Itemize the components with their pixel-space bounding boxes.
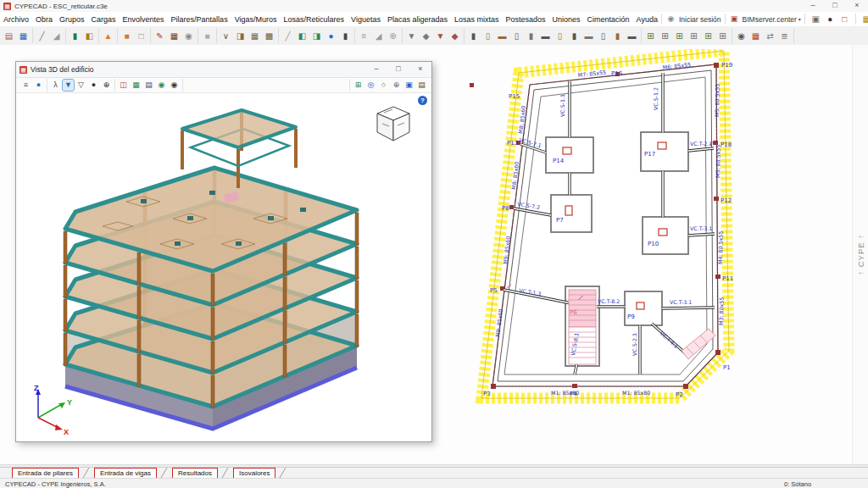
menu-item-pilares-pantallas[interactable]: Pilares/Pantallas [168, 14, 231, 25]
zoom-window-icon[interactable]: ◎ [365, 80, 376, 91]
info-icon[interactable]: ● [325, 30, 337, 42]
grid-select-icon[interactable]: ▦ [248, 30, 261, 42]
win3d-close-button[interactable]: × [409, 64, 431, 75]
tab-isovalores[interactable]: Isovalores [233, 468, 275, 479]
line-icon[interactable]: ╱ [36, 30, 48, 42]
menu-item-losas-mixtas[interactable]: Losas mixtas [451, 14, 503, 25]
anchor-c-icon[interactable]: ▼ [434, 30, 447, 42]
tag-icon[interactable]: ◧ [83, 30, 96, 42]
layers-icon[interactable]: ≡ [20, 80, 31, 91]
center-icon[interactable]: ⊕ [387, 30, 399, 42]
eye-outline-icon[interactable]: ◉ [169, 80, 180, 91]
anchor-d-icon[interactable]: ◆ [448, 30, 461, 42]
menu-item-grupos[interactable]: Grupos [56, 14, 88, 25]
win3d-minimize-button[interactable]: – [365, 64, 387, 75]
update-icon[interactable]: ▦ [860, 13, 868, 25]
floor-plan[interactable]: P15 P16 P19 P18 P12 P11 P1 P2 P4 P3 P5 P… [470, 49, 853, 429]
section-red-icon[interactable]: ◫ [118, 80, 129, 91]
pan-icon[interactable]: ○ [378, 80, 389, 91]
sheet-config-icon[interactable]: ▦ [17, 30, 30, 42]
menu-item-losas-reticulares[interactable]: Losas/Reticulares [281, 14, 348, 25]
list-icon[interactable]: ≣ [778, 30, 791, 42]
grid-tool-6-icon[interactable]: ⊞ [716, 30, 729, 42]
anchor-a-icon[interactable]: ▼ [405, 30, 418, 42]
eye-solid-icon[interactable]: ● [88, 80, 99, 91]
drawing-area[interactable]: P15 P16 P19 P18 P12 P11 P1 P2 P4 P3 P5 P… [0, 45, 868, 464]
anchor-b-icon[interactable]: ◆ [420, 30, 432, 42]
menu-item-archivo[interactable]: Archivo [0, 14, 32, 25]
gray-panel-icon[interactable]: ■ [201, 30, 214, 42]
sheet-edit-icon[interactable]: ▤ [3, 30, 15, 42]
vista-3d-viewport[interactable]: ? [16, 93, 430, 441]
floors-icon[interactable]: ▤ [143, 80, 154, 91]
column-tool-3-icon[interactable]: ▬ [496, 30, 509, 42]
column-tool-7-icon[interactable]: ▯ [554, 30, 566, 42]
tab-entrada-de-vigas[interactable]: Entrada de vigas [94, 468, 157, 479]
anchor-icon[interactable]: ⊕ [101, 80, 112, 91]
menu-item-envolventes[interactable]: Envolventes [120, 14, 168, 25]
grid-tool-5-icon[interactable]: ⊞ [702, 30, 715, 42]
bimserver-group[interactable]: ▣ BIMserver.center ▾ [725, 14, 804, 25]
bimserver-label[interactable]: BIMserver.center [743, 15, 797, 24]
beam-paste-icon[interactable]: ◨ [234, 30, 247, 42]
menu-item-cargas[interactable]: Cargas [88, 14, 120, 25]
login-label[interactable]: Iniciar sesión [679, 15, 721, 24]
slash-icon[interactable]: ╱ [281, 30, 294, 42]
sphere-icon[interactable]: ◉ [156, 80, 167, 91]
menu-item-postesados[interactable]: Postesados [503, 14, 549, 25]
green-beam-icon[interactable]: ◧ [296, 30, 309, 42]
column-tool-4-icon[interactable]: ▯ [510, 30, 523, 42]
column-tool-10-icon[interactable]: ▯ [597, 30, 609, 42]
menu-item-ayuda[interactable]: Ayuda [633, 14, 661, 25]
grid-tool-4-icon[interactable]: ⊞ [687, 30, 700, 42]
menu-item-placas-aligeradas[interactable]: Placas aligeradas [384, 14, 451, 25]
ramp-icon[interactable]: ◢ [372, 30, 385, 42]
menu-item-uniones[interactable]: Uniones [549, 14, 584, 25]
menu-item-vigas-muros[interactable]: Vigas/Muros [231, 14, 281, 25]
grid-delete-icon[interactable]: ▩ [263, 30, 275, 42]
add-column-icon[interactable]: ▮ [339, 30, 352, 42]
win3d-maximize-button[interactable]: □ [387, 64, 409, 75]
orbit-icon[interactable]: ⊕ [391, 80, 402, 91]
report-icon[interactable]: ▤ [416, 80, 427, 91]
export-icon[interactable]: ⇄ [764, 30, 776, 42]
fit-view-icon[interactable]: ▣ [403, 80, 415, 91]
column-tool-8-icon[interactable]: ▮ [568, 30, 581, 42]
vista-3d-titlebar[interactable]: ▦ Vista 3D del edificio – □ × [16, 62, 431, 78]
column-pair-icon[interactable]: ▦ [168, 30, 181, 42]
grid-tool-2-icon[interactable]: ⊞ [659, 30, 671, 42]
slope-icon[interactable]: ◢ [50, 30, 63, 42]
person-icon[interactable]: λ [50, 80, 61, 91]
menu-item-viguetas[interactable]: Viguetas [348, 14, 384, 25]
edit-column-icon[interactable]: ✎ [153, 30, 166, 42]
column-tool-1-icon[interactable]: ▮ [467, 30, 480, 42]
vista-3d-window[interactable]: ▦ Vista 3D del edificio – □ × ≡●λ▼▽●⊕◫▦▤… [15, 61, 432, 442]
login-group[interactable]: ◉ Iniciar sesión [661, 14, 725, 25]
column-tool-5-icon[interactable]: ▮ [525, 30, 537, 42]
minimize-button[interactable]: – [802, 0, 824, 12]
green-beam2-icon[interactable]: ◨ [310, 30, 323, 42]
arc-select-icon[interactable]: ∨ [220, 30, 232, 42]
view-cube[interactable] [374, 103, 413, 144]
close-button[interactable]: × [846, 0, 868, 12]
menu-item-cimentaci-n[interactable]: Cimentación [584, 14, 633, 25]
help-icon[interactable]: ? [418, 96, 427, 105]
fan-icon[interactable]: ◉ [182, 30, 195, 42]
grid-tool-3-icon[interactable]: ⊞ [673, 30, 686, 42]
grid-tool-1-icon[interactable]: ⊞ [644, 30, 657, 42]
wall-solid-icon[interactable]: ■ [120, 30, 133, 42]
column-tool-6-icon[interactable]: ▬ [539, 30, 552, 42]
column-tool-2-icon[interactable]: ▯ [481, 30, 494, 42]
tab-entrada-de-pilares[interactable]: Entrada de pilares [12, 468, 79, 479]
column-tool-9-icon[interactable]: ▬ [582, 30, 595, 42]
column-tool-12-icon[interactable]: ▬ [626, 30, 638, 42]
info-icon[interactable]: ● [33, 80, 44, 91]
hand-icon[interactable]: ● [824, 13, 837, 25]
column-tool-11-icon[interactable]: ▮ [611, 30, 624, 42]
tab-resultados[interactable]: Resultados [172, 468, 218, 479]
eye-icon[interactable]: ◉ [735, 30, 748, 42]
zoom-all-icon[interactable]: ⊞ [353, 80, 364, 91]
license-icon[interactable]: □ [838, 13, 851, 25]
shield-solid-icon[interactable]: ▼ [63, 80, 74, 91]
grip-icon[interactable]: ≡ [358, 30, 370, 42]
